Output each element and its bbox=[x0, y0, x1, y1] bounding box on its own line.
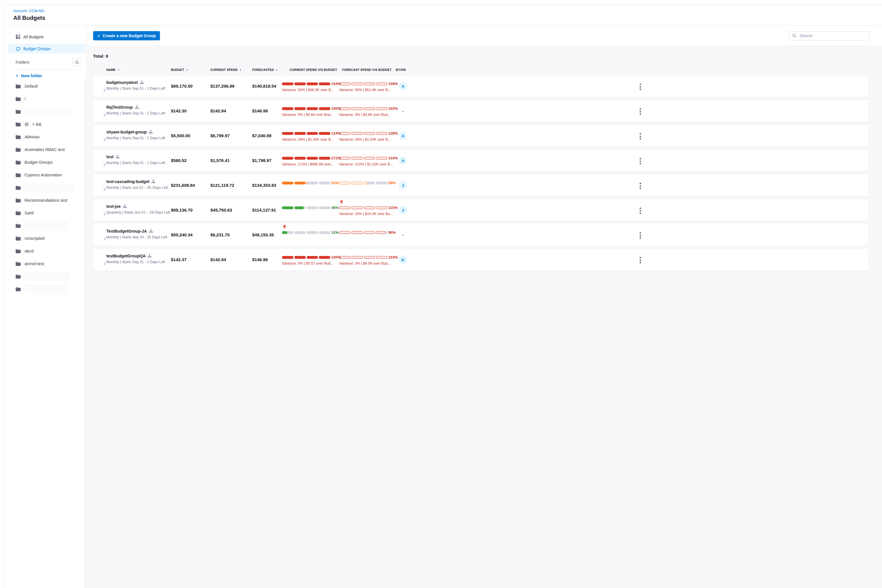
folder-item[interactable]: ! bbox=[16, 93, 87, 105]
budget-group-row[interactable]: budgetsuryatest Monthly | Starts Sep 01 … bbox=[93, 75, 441, 97]
folders-search-button[interactable] bbox=[73, 58, 81, 67]
budget-cell: $231,608.84 bbox=[171, 174, 210, 196]
sort-icon[interactable] bbox=[276, 68, 278, 72]
column-header[interactable]: CURRENT SPEND V/S BUDGET bbox=[290, 68, 342, 72]
folder-name: anmol-test bbox=[24, 261, 44, 266]
budget-group-row[interactable]: RajTestGroup Monthly | Starts Sep 01 - 1… bbox=[93, 100, 441, 122]
plus-icon: + bbox=[98, 34, 100, 38]
sidebar-item-label: All Budgets bbox=[23, 34, 44, 39]
folder-name: Recommendations test bbox=[24, 198, 67, 202]
by-on-cell: A bbox=[394, 125, 412, 147]
budget-cell: $99,136.70 bbox=[171, 199, 210, 221]
folder-item[interactable]: anmol-test bbox=[16, 257, 87, 270]
budget-group-row[interactable]: TestBudgetGroup-JA Monthly | Starts Sep … bbox=[93, 224, 441, 246]
forecast-vs-budget-cell: 103% Variance: 3% | $4.68 over Bud... bbox=[339, 100, 394, 122]
folder-icon bbox=[16, 173, 21, 177]
row-menu-cell bbox=[412, 199, 441, 221]
folder-icon bbox=[16, 224, 21, 228]
expand-chevron-icon[interactable] bbox=[93, 174, 106, 196]
expand-chevron-icon[interactable] bbox=[93, 249, 106, 271]
folder-item[interactable]: Abhinav bbox=[16, 130, 87, 143]
forecast-spend-percent: 96% bbox=[388, 230, 396, 235]
folders-header: Folders bbox=[16, 58, 81, 70]
row-menu-cell bbox=[412, 150, 441, 171]
expand-chevron-icon[interactable] bbox=[93, 125, 106, 147]
budget-group-row[interactable]: test Monthly | Starts Sep 01 - 1 Days Le… bbox=[93, 150, 441, 171]
column-header[interactable]: NAME bbox=[93, 68, 171, 72]
owner-avatar[interactable]: A bbox=[399, 132, 407, 140]
forecast-variance-text: Variance: 58% | $51.6K over B... bbox=[339, 88, 394, 92]
account-breadcrumb[interactable]: Account: CCM-NG bbox=[13, 9, 441, 13]
folder-icon bbox=[16, 287, 21, 291]
expand-chevron-icon[interactable] bbox=[93, 100, 106, 122]
hierarchy-icon bbox=[123, 204, 127, 208]
owner-avatar[interactable]: A bbox=[399, 156, 407, 165]
expand-chevron-icon[interactable] bbox=[93, 75, 106, 97]
forecast-variance-text: Variance: 3% | $4.68 over Bud... bbox=[339, 113, 394, 117]
folder-icon bbox=[16, 84, 21, 88]
folder-icon bbox=[16, 110, 21, 114]
column-header[interactable]: FORECAST SPEND V/S BUDGET bbox=[342, 68, 396, 72]
budget-period: Monthly | Starts Sep 01 - 1 Days Left bbox=[106, 111, 171, 115]
sort-icon[interactable] bbox=[240, 68, 242, 72]
new-folder-button[interactable]: + New folder bbox=[16, 74, 87, 78]
current-spend-cell: $45,750.63 bbox=[210, 199, 252, 221]
folder-item[interactable]: Recommendations test bbox=[16, 194, 87, 207]
sidebar-item-all-budgets[interactable]: All Budgets bbox=[8, 32, 86, 42]
main-content: + Create a new Budget Group Total: 8 NAM… bbox=[87, 26, 441, 294]
owner-avatar[interactable]: K bbox=[399, 256, 407, 264]
folder-item[interactable] bbox=[16, 105, 87, 118]
column-header[interactable]: FORECASTED bbox=[252, 68, 290, 72]
folder-item[interactable]: Sahil bbox=[16, 207, 87, 219]
current-spend-cell: $6,231.70 bbox=[210, 224, 252, 246]
budget-group-rows: budgetsuryatest Monthly | Starts Sep 01 … bbox=[93, 75, 441, 271]
folder-name: Anomalies RBAC test bbox=[24, 147, 64, 152]
forecast-variance-text: Variance: 3% | $4.59 over Bud... bbox=[339, 261, 394, 266]
folder-item[interactable] bbox=[16, 270, 87, 283]
sort-icon[interactable] bbox=[186, 68, 188, 72]
folder-item[interactable]: Default bbox=[16, 80, 87, 93]
folder-item[interactable]: abcd bbox=[16, 245, 87, 257]
budget-group-name: budgetsuryatest bbox=[106, 80, 138, 85]
column-label: CURRENT SPEND bbox=[210, 68, 237, 72]
budget-groups-list-area: Total: 8 NAME BUDGET CURRENT SPEND bbox=[87, 46, 441, 294]
sort-icon[interactable] bbox=[118, 69, 120, 71]
current-variance-text: Variance: 24% | $1.30K over B... bbox=[282, 138, 339, 141]
name-cell: RajTestGroup Monthly | Starts Sep 01 - 1… bbox=[106, 100, 171, 122]
owner-avatar[interactable]: A bbox=[399, 82, 407, 90]
current-vs-budget-cell: 100% Variance: 0% | $0.57 over Bud... bbox=[282, 249, 339, 271]
budget-group-name: test-cascading-budget bbox=[106, 179, 149, 184]
create-budget-group-button[interactable]: + Create a new Budget Group bbox=[93, 31, 160, 40]
forecast-spend-bar bbox=[339, 107, 387, 110]
page: Account: CCM-NG All Budgets All Budgets … bbox=[3, 4, 441, 294]
expand-chevron-icon[interactable] bbox=[93, 199, 106, 221]
folder-item[interactable]: Unscripted bbox=[16, 232, 87, 245]
folder-item[interactable]: Cypress Automation bbox=[16, 169, 87, 181]
expand-chevron-icon[interactable] bbox=[93, 224, 106, 246]
column-header[interactable]: CURRENT SPEND bbox=[210, 68, 252, 72]
column-header[interactable]: BUDGET bbox=[171, 68, 210, 72]
folder-icon bbox=[16, 97, 21, 101]
folder-item[interactable]: Anomalies RBAC test bbox=[16, 143, 87, 156]
owner-avatar[interactable]: J bbox=[399, 181, 407, 189]
budget-group-row[interactable]: shyam-budget-group Monthly | Starts Sep … bbox=[93, 125, 441, 147]
column-header[interactable]: BY/ON bbox=[396, 68, 413, 72]
budget-group-row[interactable]: test-cascading-budget Monthly | Starts J… bbox=[93, 174, 441, 196]
folder-item[interactable] bbox=[16, 283, 87, 294]
folder-item[interactable]: @ . > && bbox=[16, 118, 87, 130]
current-spend-percent: 124% bbox=[331, 131, 341, 135]
owner-avatar[interactable]: J bbox=[399, 206, 407, 214]
budget-group-row[interactable]: test-joe Quarterly | Starts Jun 01 - -29… bbox=[93, 199, 441, 221]
forecast-spend-percent: 115% bbox=[388, 206, 398, 210]
folder-item[interactable] bbox=[16, 181, 87, 194]
expand-chevron-icon[interactable] bbox=[93, 150, 106, 171]
folder-item[interactable] bbox=[16, 219, 87, 232]
folder-item[interactable]: Budget Groups bbox=[16, 156, 87, 169]
budget-group-row[interactable]: testBudgetGroupQA Monthly | Starts Sep 0… bbox=[93, 249, 441, 271]
budget-period: Quarterly | Starts Jun 01 - -29 Days Lef… bbox=[106, 210, 171, 214]
sidebar-item-budget-groups[interactable]: Budget Groups bbox=[8, 44, 86, 53]
owner-avatar[interactable]: - bbox=[399, 231, 407, 239]
column-label: NAME bbox=[106, 68, 116, 72]
owner-avatar[interactable]: - bbox=[399, 107, 407, 115]
hierarchy-icon bbox=[135, 105, 139, 109]
